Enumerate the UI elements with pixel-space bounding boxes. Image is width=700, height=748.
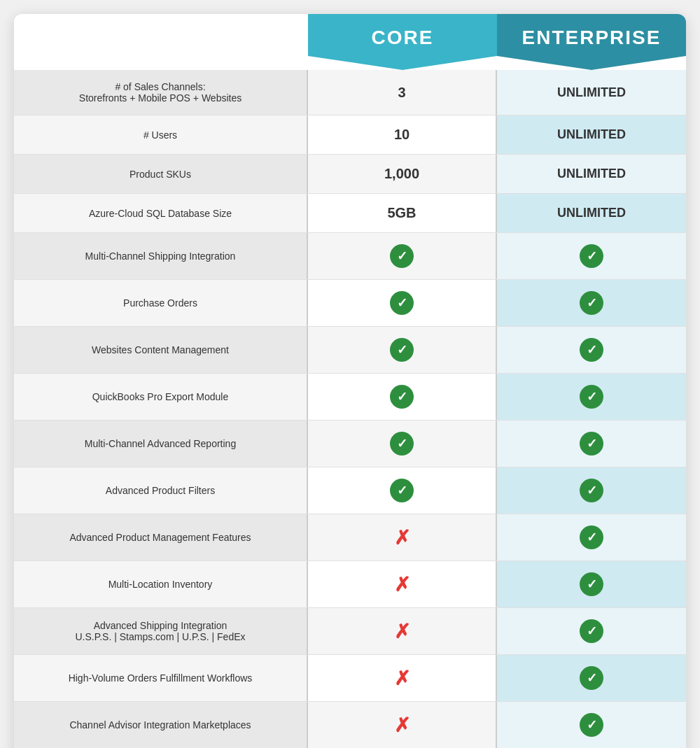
table-row: Purchase Orders✓✓ (14, 280, 686, 327)
table-row: Product SKUs1,000UNLIMITED (14, 155, 686, 194)
core-value-cell: 1,000 (308, 155, 497, 193)
check-icon: ✓ (580, 432, 603, 456)
check-icon: ✓ (390, 385, 414, 409)
feature-cell: Product SKUs (14, 155, 308, 193)
enterprise-value-cell: UNLIMITED (497, 70, 686, 115)
feature-cell: Advanced Shipping Integration U.S.P.S. |… (14, 608, 308, 654)
feature-cell: Purchase Orders (14, 280, 308, 326)
check-icon: ✓ (390, 291, 414, 315)
check-icon: ✓ (580, 666, 603, 690)
feature-cell: Channel Advisor Integration Marketplaces (14, 702, 308, 748)
enterprise-value-cell: ✓ (497, 655, 686, 701)
core-value-cell: ✓ (308, 280, 497, 326)
header-core: CORE (308, 14, 497, 70)
enterprise-value-cell: ✓ (497, 421, 686, 467)
comparison-table: CORE ENTERPRISE # of Sales Channels: Sto… (14, 14, 686, 748)
core-value-cell: ✓ (308, 233, 497, 279)
enterprise-value-cell: ✓ (497, 561, 686, 607)
header-empty-cell (14, 14, 308, 70)
feature-cell: Advanced Product Management Features (14, 514, 308, 560)
core-value-cell: ✓ (308, 327, 497, 373)
table-row: Multi-Channel Shipping Integration✓✓ (14, 233, 686, 280)
feature-cell: Multi-Channel Shipping Integration (14, 233, 308, 279)
core-value-cell: ✓ (308, 374, 497, 420)
check-icon: ✓ (580, 385, 603, 409)
check-icon: ✓ (580, 291, 603, 315)
core-value-cell: 5GB (308, 194, 497, 232)
table-row: # of Sales Channels: Storefronts + Mobil… (14, 70, 686, 115)
core-value-cell: 3 (308, 70, 497, 115)
cross-icon: ✗ (394, 526, 410, 549)
table-row: High-Volume Orders Fulfillment Workflows… (14, 655, 686, 702)
table-row: Advanced Shipping Integration U.S.P.S. |… (14, 608, 686, 655)
check-icon: ✓ (580, 619, 603, 643)
check-icon: ✓ (390, 479, 414, 502)
check-icon: ✓ (580, 244, 603, 268)
feature-cell: High-Volume Orders Fulfillment Workflows (14, 655, 308, 701)
feature-cell: # Users (14, 115, 308, 154)
core-value-cell: ✗ (308, 561, 497, 607)
core-value-cell: ✓ (308, 467, 497, 514)
check-icon: ✓ (390, 432, 414, 456)
check-icon: ✓ (390, 244, 414, 268)
table-row: Channel Advisor Integration Marketplaces… (14, 702, 686, 748)
core-value-cell: ✗ (308, 702, 497, 748)
header-row: CORE ENTERPRISE (14, 14, 686, 70)
check-icon: ✓ (580, 713, 603, 737)
enterprise-value-cell: UNLIMITED (497, 115, 686, 154)
enterprise-value-cell: ✓ (497, 327, 686, 373)
table-row: Multi-Channel Advanced Reporting✓✓ (14, 421, 686, 467)
core-value-cell: 10 (308, 115, 497, 154)
rows-container: # of Sales Channels: Storefronts + Mobil… (14, 70, 686, 748)
enterprise-value-cell: ✓ (497, 702, 686, 748)
enterprise-value-cell: UNLIMITED (497, 194, 686, 232)
cross-icon: ✗ (394, 714, 410, 737)
enterprise-value-cell: ✓ (497, 608, 686, 654)
header-enterprise: ENTERPRISE (497, 14, 686, 70)
enterprise-value-cell: ✓ (497, 467, 686, 514)
check-icon: ✓ (580, 525, 603, 549)
core-value-cell: ✗ (308, 655, 497, 701)
cross-icon: ✗ (394, 620, 410, 643)
feature-cell: Websites Content Management (14, 327, 308, 373)
enterprise-value-cell: ✓ (497, 233, 686, 279)
enterprise-value-cell: ✓ (497, 514, 686, 560)
enterprise-value-cell: ✓ (497, 280, 686, 326)
check-icon: ✓ (390, 338, 414, 362)
feature-cell: QuickBooks Pro Export Module (14, 374, 308, 420)
table-row: QuickBooks Pro Export Module✓✓ (14, 374, 686, 421)
check-icon: ✓ (580, 479, 603, 502)
check-icon: ✓ (580, 572, 603, 596)
enterprise-label: ENTERPRISE (522, 27, 662, 49)
enterprise-value-cell: UNLIMITED (497, 155, 686, 193)
enterprise-value-cell: ✓ (497, 374, 686, 420)
table-row: # Users10UNLIMITED (14, 115, 686, 155)
feature-cell: Advanced Product Filters (14, 467, 308, 514)
feature-cell: Multi-Channel Advanced Reporting (14, 421, 308, 467)
cross-icon: ✗ (394, 573, 410, 596)
table-row: Multi-Location Inventory✗✓ (14, 561, 686, 608)
core-value-cell: ✓ (308, 421, 497, 467)
feature-cell: Azure-Cloud SQL Database Size (14, 194, 308, 232)
table-row: Advanced Product Management Features✗✓ (14, 514, 686, 561)
table-row: Websites Content Management✓✓ (14, 327, 686, 374)
feature-cell: Multi-Location Inventory (14, 561, 308, 607)
core-value-cell: ✗ (308, 608, 497, 654)
core-label: CORE (372, 27, 434, 49)
core-value-cell: ✗ (308, 514, 497, 560)
check-icon: ✓ (580, 338, 603, 362)
table-row: Advanced Product Filters✓✓ (14, 467, 686, 514)
feature-cell: # of Sales Channels: Storefronts + Mobil… (14, 70, 308, 115)
table-row: Azure-Cloud SQL Database Size5GBUNLIMITE… (14, 194, 686, 233)
cross-icon: ✗ (394, 667, 410, 690)
